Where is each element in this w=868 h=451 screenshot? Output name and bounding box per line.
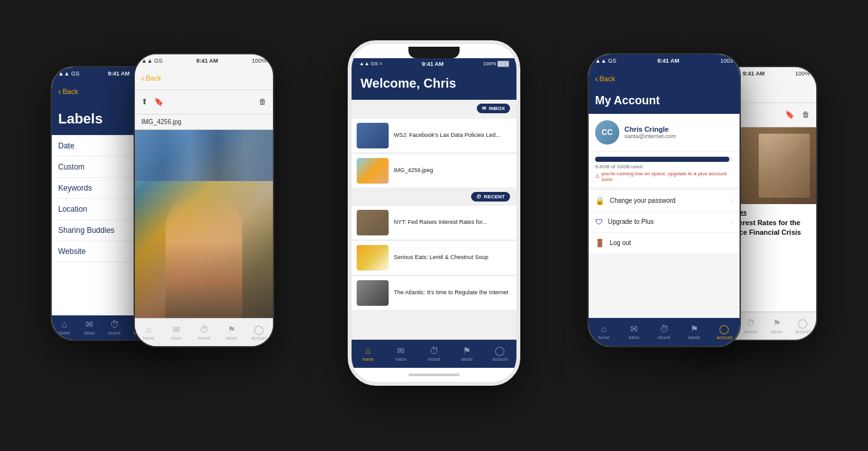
menu-item-left: 🔒 Change your password bbox=[595, 196, 676, 205]
account-label: account bbox=[795, 329, 811, 334]
tab-bar-mid-right: ⌂ home ✉ inbox ⏱ recent ⚑ labels ◯ acc bbox=[589, 318, 740, 346]
inbox-icon: ✉ bbox=[173, 324, 180, 335]
home-bar bbox=[408, 374, 460, 376]
delete-icon[interactable]: 🗑 bbox=[802, 110, 810, 119]
bookmark-icon[interactable]: 🔖 bbox=[785, 110, 794, 119]
nav-bar-mid-right: ‹ Back bbox=[589, 67, 740, 90]
user-name: Chris Cringle bbox=[624, 125, 676, 133]
person-silhouette bbox=[166, 190, 242, 318]
recent-badge: ⏱ RECENT bbox=[352, 189, 516, 204]
inbox-pill-label: INBOX bbox=[489, 106, 505, 111]
article-item-4[interactable]: The Atlantic: It's time to Regulate the … bbox=[352, 276, 516, 310]
welcome-content: ✉ INBOX WSJ: Facebook's Lax Data Policie… bbox=[352, 100, 516, 340]
account-icon: ◯ bbox=[798, 318, 808, 328]
img-toolbar: ⬆ 🔖 🗑 bbox=[135, 90, 273, 115]
back-button-mid-right[interactable]: ‹ Back bbox=[595, 74, 615, 84]
tab-account[interactable]: ◯ account bbox=[245, 324, 273, 340]
tab-home-center[interactable]: ⌂ home bbox=[352, 345, 385, 361]
article-text-3: Serious Eats: Lentil & Chestnut Soup bbox=[394, 254, 488, 262]
recent-clock-icon: ⏱ bbox=[476, 194, 481, 200]
tab-labels[interactable]: ⚑ labels bbox=[218, 324, 245, 340]
recent-icon: ⏱ bbox=[746, 318, 755, 328]
tab-recent-center[interactable]: ⏱ recent bbox=[417, 345, 451, 361]
recent-label: recent bbox=[744, 329, 756, 334]
phone-center: ▲▲ GS ≈ 9:41 AM 100% ▓▓▓ Welcome, Chris … bbox=[348, 40, 520, 386]
inbox-icon: ✉ bbox=[86, 319, 93, 329]
share-icon[interactable]: ⬆ bbox=[141, 97, 148, 106]
inbox-envelope-icon: ✉ bbox=[482, 106, 486, 111]
user-info: Chris Cringle santa@internet.com bbox=[624, 125, 676, 139]
tab-inbox-center[interactable]: ✉ inbox bbox=[385, 345, 418, 361]
back-button-far-left[interactable]: ‹ Back bbox=[58, 86, 78, 97]
inbox-icon: ✉ bbox=[397, 345, 405, 356]
menu-text-logout: Log out bbox=[610, 239, 631, 246]
inbox-icon: ✉ bbox=[630, 324, 638, 334]
tab-labels[interactable]: ⚑ labels bbox=[679, 324, 709, 340]
recent-icon: ⏱ bbox=[110, 319, 119, 329]
tab-account[interactable]: ◯ account bbox=[709, 324, 740, 340]
home-icon: ⌂ bbox=[61, 319, 66, 329]
labels-icon: ⚑ bbox=[690, 324, 699, 334]
tab-home[interactable]: ⌂ home bbox=[589, 324, 619, 340]
delete-icon[interactable]: 🗑 bbox=[259, 97, 267, 106]
battery-right: 100% ▓▓▓ bbox=[483, 61, 509, 67]
img-photo bbox=[135, 130, 273, 318]
tab-inbox-far-left[interactable]: ✉ inbox bbox=[77, 319, 102, 335]
back-button-mid-left[interactable]: ‹ Back bbox=[141, 73, 161, 83]
storage-warning: ⚠ you're running low on space, upgrade t… bbox=[595, 171, 733, 182]
storage-bar-fill bbox=[595, 157, 729, 162]
tab-account-center[interactable]: ◯ account bbox=[483, 345, 516, 361]
bookmark-icon[interactable]: 🔖 bbox=[154, 97, 164, 106]
article-item-2[interactable]: NYT: Fed Raises Interest Rates for... bbox=[352, 206, 516, 239]
inbox-label: inbox bbox=[396, 357, 407, 361]
tab-recent[interactable]: ⏱ recent bbox=[737, 318, 763, 334]
account-header: My Account bbox=[589, 90, 740, 114]
menu-item-upgrade[interactable]: 🛡 Upgrade to Plus › bbox=[589, 212, 740, 233]
user-email: santa@internet.com bbox=[624, 133, 676, 139]
article-thumb-nyt bbox=[357, 210, 389, 235]
menu-item-logout[interactable]: 🚪 Log out bbox=[589, 233, 740, 254]
account-label: account bbox=[251, 336, 267, 340]
back-chevron-icon: ‹ bbox=[595, 74, 598, 84]
home-indicator bbox=[352, 368, 516, 382]
account-icon: ◯ bbox=[719, 324, 729, 334]
phone-mid-left: ▲▲ GS 9:41 AM 100% ‹ Back ⬆ 🔖 🗑 bbox=[134, 53, 274, 347]
tab-recent-far-left[interactable]: ⏱ recent bbox=[102, 319, 127, 335]
article-item-1[interactable]: IMG_4256.jpeg bbox=[352, 154, 516, 187]
labels-icon: ⚑ bbox=[773, 318, 781, 328]
status-left: ▲▲ GS bbox=[58, 70, 79, 77]
notch bbox=[408, 47, 460, 58]
avatar-initials: CC bbox=[601, 128, 612, 137]
tab-home[interactable]: ⌂ home bbox=[135, 324, 162, 340]
home-label: home bbox=[143, 336, 155, 340]
account-title: My Account bbox=[595, 94, 733, 107]
tab-recent[interactable]: ⏱ recent bbox=[649, 324, 679, 340]
article-text-4: The Atlantic: It's time to Regulate the … bbox=[394, 289, 508, 297]
account-content: CC Chris Cringle santa@internet.com 9.8G… bbox=[589, 114, 740, 318]
menu-item-left: 🛡 Upgrade to Plus bbox=[595, 218, 654, 226]
tab-recent[interactable]: ⏱ recent bbox=[190, 324, 217, 340]
tab-inbox[interactable]: ✉ inbox bbox=[619, 324, 649, 340]
menu-item-password[interactable]: 🔒 Change your password › bbox=[589, 191, 740, 212]
article-item-0[interactable]: WSJ: Facebook's Lax Data Policies Led... bbox=[352, 119, 516, 152]
home-icon: ⌂ bbox=[601, 324, 606, 334]
status-right: 100% bbox=[252, 58, 267, 64]
recent-pill: ⏱ RECENT bbox=[471, 192, 510, 202]
tab-account[interactable]: ◯ account bbox=[790, 318, 816, 334]
warn-icon: ⚠ bbox=[595, 173, 600, 179]
welcome-header: Welcome, Chris bbox=[352, 70, 516, 100]
recent-pill-label: RECENT bbox=[484, 194, 505, 200]
recent-label: recent bbox=[198, 336, 210, 340]
article-item-3[interactable]: Serious Eats: Lentil & Chestnut Soup bbox=[352, 241, 516, 274]
home-label: home bbox=[59, 331, 70, 335]
chevron-right-icon: › bbox=[731, 218, 733, 225]
signal-left: ▲▲ GS ≈ bbox=[359, 61, 382, 67]
status-time: 9:41 AM bbox=[658, 58, 679, 64]
tab-labels[interactable]: ⚑ labels bbox=[764, 318, 790, 334]
storage-text: 9.8GB of 10GB used bbox=[595, 164, 733, 170]
tab-labels-center[interactable]: ⚑ labels bbox=[451, 345, 484, 361]
tab-inbox[interactable]: ✉ inbox bbox=[162, 324, 190, 340]
tab-home-far-left[interactable]: ⌂ home bbox=[52, 319, 77, 335]
back-chevron-icon: ‹ bbox=[141, 73, 144, 83]
avatar: CC bbox=[595, 120, 619, 145]
